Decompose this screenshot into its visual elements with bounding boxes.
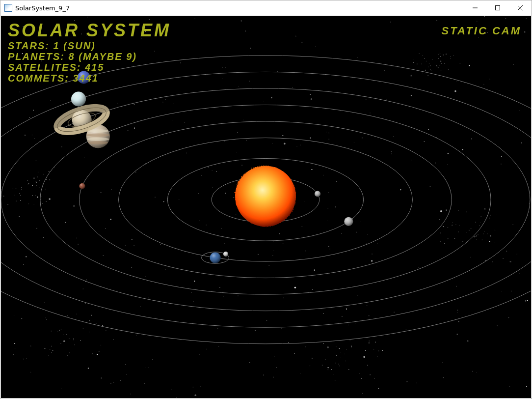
svg-point-548 bbox=[88, 141, 108, 144]
svg-point-532 bbox=[344, 217, 353, 226]
svg-point-535 bbox=[210, 253, 221, 263]
planet-earth bbox=[210, 253, 221, 263]
hud-commets-line: COMMETS: 3441 bbox=[8, 73, 171, 84]
planet-venus bbox=[344, 217, 353, 226]
maximize-button[interactable] bbox=[486, 0, 509, 15]
planet-uranus bbox=[71, 92, 86, 107]
minimize-icon bbox=[472, 5, 478, 11]
hud-title: SOLAR SYSTEM bbox=[8, 21, 171, 40]
svg-point-526 bbox=[235, 166, 296, 227]
window-title: SolarSystem_9_7 bbox=[15, 4, 70, 12]
svg-point-556 bbox=[71, 92, 86, 107]
camera-mode-label: STATIC CAM bbox=[442, 25, 521, 37]
svg-point-538 bbox=[223, 252, 228, 256]
svg-point-541 bbox=[79, 183, 85, 189]
minimize-button[interactable] bbox=[464, 0, 486, 15]
hud-stars-line: STARS: 1 (SUN) bbox=[8, 40, 171, 51]
hud-planets-line: PLANETS: 8 (MAYBE 9) bbox=[8, 51, 171, 62]
viewport[interactable]: SOLAR SYSTEM STARS: 1 (SUN) PLANETS: 8 (… bbox=[1, 16, 531, 398]
svg-point-547 bbox=[87, 138, 109, 141]
app-window: SolarSystem_9_7 bbox=[0, 0, 532, 399]
svg-rect-1 bbox=[496, 6, 500, 10]
close-button[interactable] bbox=[509, 0, 532, 15]
planet-mercury bbox=[315, 191, 320, 197]
hud-satellites-line: SATELLITES: 415 bbox=[8, 62, 171, 73]
planet-mars bbox=[79, 183, 85, 189]
close-icon bbox=[517, 5, 523, 11]
svg-point-546 bbox=[86, 134, 110, 137]
titlebar[interactable]: SolarSystem_9_7 bbox=[0, 0, 532, 15]
sun bbox=[235, 166, 296, 227]
hud-panel: SOLAR SYSTEM STARS: 1 (SUN) PLANETS: 8 (… bbox=[8, 21, 171, 84]
svg-point-529 bbox=[315, 191, 320, 197]
planet-moon bbox=[223, 252, 228, 256]
maximize-icon bbox=[495, 5, 501, 11]
app-icon bbox=[4, 4, 12, 12]
window-controls bbox=[464, 0, 532, 15]
